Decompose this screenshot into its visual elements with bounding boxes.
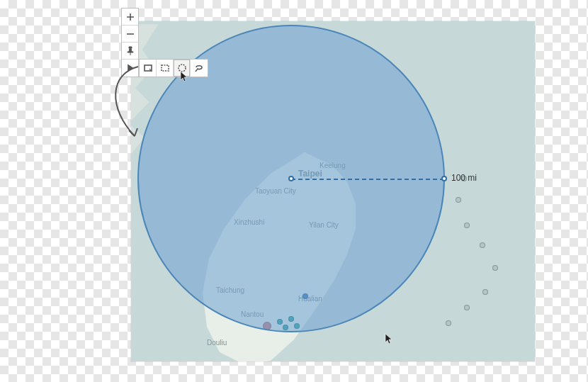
data-point[interactable] — [456, 197, 461, 203]
radial-selection-radius-label: 100 mi — [451, 173, 477, 183]
marquee-select-tool[interactable] — [157, 60, 174, 77]
minus-icon — [125, 29, 135, 39]
map-toolbar-vertical — [121, 8, 139, 77]
data-point[interactable] — [464, 305, 470, 310]
mouse-cursor-icon — [385, 333, 393, 344]
radial-select-tool[interactable] — [174, 60, 191, 77]
data-point[interactable] — [482, 289, 488, 295]
marquee-select-icon — [160, 63, 170, 73]
lasso-select-tool[interactable] — [191, 60, 208, 77]
map-toolbar-selection-tools — [139, 59, 208, 77]
triangle-right-icon — [125, 63, 135, 73]
data-point[interactable] — [446, 320, 451, 326]
zoom-in-button[interactable] — [122, 9, 138, 26]
radial-selection-center-handle[interactable] — [288, 176, 294, 181]
radial-selection-radius-line — [291, 179, 444, 180]
plus-icon — [125, 12, 135, 22]
rectangular-select-tool[interactable] — [140, 60, 157, 77]
pin-button[interactable] — [122, 43, 138, 60]
radial-selection-edge-handle[interactable] — [441, 176, 447, 181]
rectangle-select-icon — [143, 63, 153, 73]
lasso-select-icon — [194, 63, 204, 73]
expand-tools-button[interactable] — [122, 60, 138, 77]
data-point[interactable] — [464, 223, 470, 228]
data-point[interactable] — [492, 265, 498, 271]
zoom-out-button[interactable] — [122, 26, 138, 43]
svg-point-2 — [179, 64, 186, 72]
data-point[interactable] — [480, 242, 485, 248]
pushpin-icon — [125, 46, 135, 56]
radial-select-icon — [177, 63, 187, 73]
svg-rect-1 — [162, 65, 169, 71]
place-label-douliu: Douliu — [207, 339, 227, 347]
